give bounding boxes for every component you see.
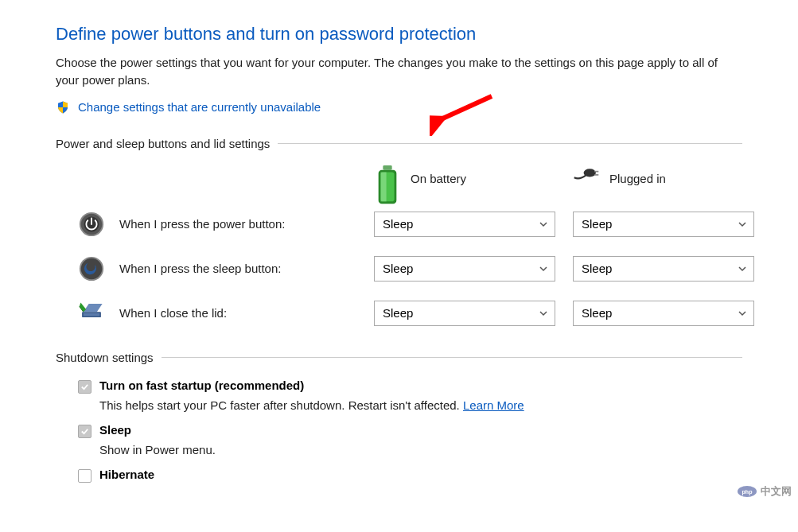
hibernate-checkbox[interactable] bbox=[78, 469, 91, 483]
select-value: Sleep bbox=[383, 262, 413, 275]
chevron-down-icon bbox=[738, 264, 747, 274]
change-settings-row: Change settings that are currently unava… bbox=[56, 100, 742, 115]
column-header-plugged: Plugged in bbox=[573, 165, 754, 193]
column-label: Plugged in bbox=[609, 172, 666, 185]
svg-rect-14 bbox=[84, 313, 99, 316]
power-button-icon bbox=[78, 211, 105, 238]
svg-rect-7 bbox=[594, 174, 598, 176]
plug-icon bbox=[573, 165, 600, 192]
sleep-desc: Show in Power menu. bbox=[78, 443, 742, 456]
page-title: Define power buttons and turn on passwor… bbox=[56, 24, 742, 45]
chevron-down-icon bbox=[539, 264, 548, 274]
column-header-battery: On battery bbox=[374, 165, 555, 193]
chevron-down-icon bbox=[738, 309, 747, 318]
desc-text: Show in Power menu. bbox=[99, 443, 216, 456]
svg-text:php: php bbox=[742, 489, 753, 495]
annotation-arrow-icon bbox=[430, 92, 493, 136]
svg-line-0 bbox=[439, 96, 492, 120]
fast-startup-row: Turn on fast startup (recommended) bbox=[78, 379, 742, 394]
section-shutdown: Shutdown settings bbox=[56, 351, 742, 364]
row-sleep-button: When I press the sleep button: bbox=[56, 255, 374, 282]
svg-point-12 bbox=[81, 258, 102, 278]
shield-icon bbox=[56, 100, 70, 115]
sleep-button-icon bbox=[78, 255, 105, 282]
sleep-button-battery-select[interactable]: Sleep bbox=[374, 256, 555, 282]
select-value: Sleep bbox=[383, 306, 413, 320]
select-value: Sleep bbox=[582, 306, 612, 320]
section-power-buttons: Power and sleep buttons and lid settings bbox=[56, 137, 742, 150]
svg-rect-4 bbox=[381, 172, 387, 201]
sleep-button-plugged-select[interactable]: Sleep bbox=[573, 256, 754, 282]
svg-rect-6 bbox=[594, 170, 598, 172]
select-value: Sleep bbox=[582, 262, 612, 275]
checkbox-label: Turn on fast startup (recommended) bbox=[99, 379, 304, 392]
power-button-battery-select[interactable]: Sleep bbox=[374, 212, 555, 237]
column-label: On battery bbox=[411, 172, 466, 185]
row-power-button: When I press the power button: bbox=[56, 211, 374, 238]
watermark: php 中文网 bbox=[737, 484, 792, 499]
php-logo-icon: php bbox=[737, 485, 757, 498]
svg-rect-1 bbox=[383, 165, 391, 170]
learn-more-link[interactable]: Learn More bbox=[463, 398, 524, 412]
row-lid: When I close the lid: bbox=[56, 300, 374, 327]
svg-point-5 bbox=[584, 169, 596, 177]
power-button-plugged-select[interactable]: Sleep bbox=[573, 212, 754, 237]
section-header-text: Shutdown settings bbox=[56, 351, 154, 364]
fast-startup-checkbox[interactable] bbox=[78, 380, 91, 394]
checkbox-label: Hibernate bbox=[99, 468, 154, 481]
lid-plugged-select[interactable]: Sleep bbox=[573, 301, 754, 326]
hibernate-row: Hibernate bbox=[78, 468, 742, 483]
chevron-down-icon bbox=[738, 219, 747, 229]
row-label-text: When I press the sleep button: bbox=[119, 262, 281, 275]
page-description: Choose the power settings that you want … bbox=[56, 54, 742, 89]
desc-text: This helps start your PC faster after sh… bbox=[99, 398, 463, 412]
sleep-row: Sleep bbox=[78, 423, 742, 438]
power-settings-grid: On battery Plugged in When I press the p… bbox=[56, 165, 742, 327]
row-label-text: When I press the power button: bbox=[119, 217, 285, 231]
select-value: Sleep bbox=[582, 217, 612, 231]
shutdown-settings-list: Turn on fast startup (recommended) This … bbox=[56, 379, 742, 483]
lid-battery-select[interactable]: Sleep bbox=[374, 301, 555, 326]
divider bbox=[162, 357, 742, 358]
chevron-down-icon bbox=[539, 309, 548, 318]
change-settings-link[interactable]: Change settings that are currently unava… bbox=[78, 100, 321, 114]
checkbox-label: Sleep bbox=[99, 423, 131, 437]
select-value: Sleep bbox=[383, 217, 413, 231]
sleep-checkbox[interactable] bbox=[78, 425, 91, 438]
divider bbox=[278, 143, 742, 144]
lid-icon bbox=[78, 300, 105, 327]
chevron-down-icon bbox=[539, 219, 548, 229]
fast-startup-desc: This helps start your PC faster after sh… bbox=[78, 398, 742, 412]
watermark-text: 中文网 bbox=[761, 484, 792, 499]
battery-icon bbox=[374, 165, 401, 192]
section-header-text: Power and sleep buttons and lid settings bbox=[56, 137, 270, 150]
row-label-text: When I close the lid: bbox=[119, 306, 227, 320]
